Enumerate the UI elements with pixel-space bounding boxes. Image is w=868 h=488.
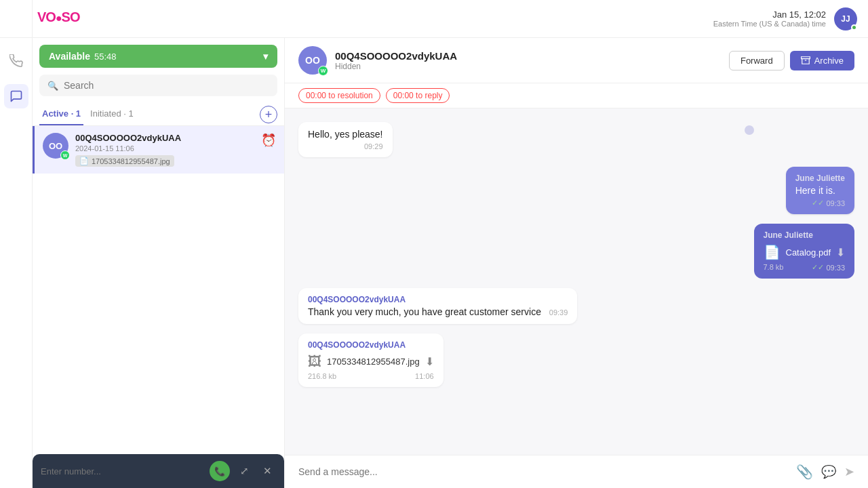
conversation-info: 00Q4SOOOOO2vdykUAA 2024-01-15 11:06 📄 17… [75, 133, 254, 167]
chevron-down-icon: ▾ [263, 51, 268, 62]
add-conversation-button[interactable]: + [260, 106, 277, 123]
image-file-icon: 🖼 [308, 354, 321, 369]
tab-initiated[interactable]: Initiated · 1 [87, 103, 136, 125]
emoji-icon[interactable]: 💬 [821, 464, 836, 479]
dial-close-button[interactable]: ✕ [258, 462, 276, 480]
file-meta: 216.8 kb 11:06 [308, 372, 434, 380]
icon-sidebar [0, 38, 33, 488]
message-outgoing-1: June Juliette Here it is. ✓✓ 09:33 [786, 167, 854, 214]
messages-list: Hello, yes please! 09:29 June Juliette H… [285, 108, 868, 455]
chat-avatar: OO W [298, 46, 327, 75]
file-time: ✓✓ 09:33 [812, 263, 845, 272]
timer-badges: 00:00 to resolution 00:00 to reply [285, 83, 868, 108]
left-panel: Available 55:48 ▾ 🔍 Active · 1 Initiated… [33, 38, 285, 488]
file-row: 📄 Catalog.pdf ⬇ [764, 244, 846, 260]
message-time: ✓✓ 09:33 [795, 199, 845, 207]
checkmarks-icon: ✓✓ [812, 199, 824, 207]
file-size: 216.8 kb [308, 372, 336, 380]
download-icon[interactable]: ⬇ [836, 246, 845, 259]
chat-header-actions: Forward Archive [729, 51, 854, 70]
tabs-row: Active · 1 Initiated · 1 + [33, 103, 284, 126]
whatsapp-icon: W [60, 150, 70, 160]
search-input[interactable] [64, 80, 269, 91]
file-name: Catalog.pdf [786, 247, 831, 258]
chat-area: OO W 00Q4SOOOOO2vdykUAA Hidden Forward A… [285, 38, 868, 488]
user-avatar[interactable]: JJ [834, 7, 857, 30]
conversation-file: 📄 1705334812955487.jpg [75, 155, 174, 167]
message-input[interactable] [298, 466, 788, 477]
dial-call-button[interactable]: 📞 [210, 461, 230, 481]
chat-whatsapp-icon: W [318, 66, 328, 76]
search-icon: 🔍 [47, 81, 58, 91]
message-text: Hello, yes please! [308, 129, 383, 140]
avatar-status-dot [851, 24, 857, 30]
chat-nav-icon[interactable] [4, 84, 28, 108]
message-sender: 00Q4SOOOOO2vdykUAA [308, 295, 568, 304]
message-text: Here it is. [795, 185, 845, 196]
search-bar[interactable]: 🔍 [39, 75, 277, 96]
forward-button[interactable]: Forward [729, 51, 785, 70]
conversation-item[interactable]: OO W 00Q4SOOOOO2vdykUAA 2024-01-15 11:06… [33, 126, 284, 174]
chat-contact-name: 00Q4SOOOOO2vdykUAA [335, 50, 721, 62]
file-checkmarks: ✓✓ [812, 263, 824, 272]
message-sender: June Juliette [795, 174, 845, 183]
message-sender: 00Q4SOOOOO2vdykUAA [308, 340, 434, 350]
message-incoming-2: 00Q4SOOOOO2vdykUAA Thank you very much, … [298, 288, 577, 324]
file-time: 11:06 [415, 372, 434, 380]
topbar-datetime: Jan 15, 12:02 Eastern Time (US & Canada)… [713, 9, 826, 28]
logo-area [0, 0, 33, 37]
message-incoming-file: 00Q4SOOOOO2vdykUAA 🖼 1705334812955487.jp… [298, 333, 443, 387]
file-size: 7.8 kb [764, 263, 784, 272]
conversation-name: 00Q4SOOOOO2vdykUAA [75, 133, 254, 143]
dial-pad: 📞 ⤢ ✕ [33, 454, 284, 488]
message-incoming-1: Hello, yes please! 09:29 [298, 122, 393, 157]
attachment-icon[interactable]: 📎 [796, 464, 813, 480]
dial-expand-button[interactable]: ⤢ [235, 462, 253, 480]
available-label: Available [49, 51, 90, 62]
available-timer: 55:48 [94, 52, 117, 62]
message-sender: June Juliette [764, 230, 846, 240]
send-icon[interactable]: ➤ [844, 464, 854, 479]
message-time: 09:29 [308, 142, 383, 150]
reply-timer: 00:00 to reply [386, 88, 450, 103]
app-logo: VO●SO [37, 9, 79, 25]
archive-button[interactable]: Archive [790, 51, 854, 70]
pdf-file-icon: 📄 [764, 244, 781, 260]
resolution-timer: 00:00 to resolution [298, 88, 380, 103]
chat-header-info: 00Q4SOOOOO2vdykUAA Hidden [335, 50, 721, 71]
file-row: 🖼 1705334812955487.jpg ⬇ [308, 354, 434, 369]
message-outgoing-file: June Juliette 📄 Catalog.pdf ⬇ 7.8 kb ✓✓ … [754, 224, 855, 279]
file-icon: 📄 [79, 157, 89, 165]
conversation-avatar: OO W [43, 133, 68, 159]
available-status-bar[interactable]: Available 55:48 ▾ [39, 45, 277, 68]
message-text: Thank you very much, you have great cust… [308, 306, 568, 317]
file-meta: 7.8 kb ✓✓ 09:33 [764, 263, 846, 272]
dial-input[interactable] [41, 466, 204, 476]
download-file-icon[interactable]: ⬇ [425, 355, 434, 368]
conversation-date: 2024-01-15 11:06 [75, 144, 254, 152]
file-name: 1705334812955487.jpg [327, 357, 420, 367]
tab-active[interactable]: Active · 1 [39, 103, 83, 125]
overdue-icon: ⏰ [261, 133, 276, 148]
chat-input-area: 📎 💬 ➤ [285, 455, 868, 488]
chat-header: OO W 00Q4SOOOOO2vdykUAA Hidden Forward A… [285, 38, 868, 83]
chat-contact-status: Hidden [335, 62, 721, 71]
phone-nav-icon[interactable] [4, 49, 28, 73]
